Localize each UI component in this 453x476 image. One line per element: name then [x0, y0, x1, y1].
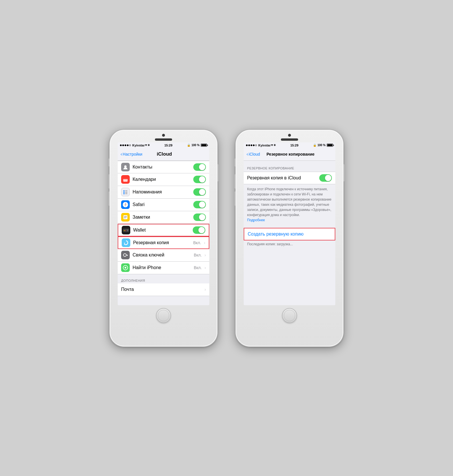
safari-label: Safari	[133, 202, 190, 207]
svg-point-12	[123, 193, 125, 194]
volume-down-button-2[interactable]	[235, 191, 236, 206]
backup-row[interactable]: Резервная копия Вкл. ›	[118, 236, 209, 249]
backup-value: Вкл.	[193, 240, 201, 245]
home-button-inner-2	[284, 310, 295, 321]
calendar-toggle[interactable]	[193, 176, 206, 183]
lock-icon-2: 🔒	[313, 144, 316, 147]
backup-toggle-row[interactable]: Резервная копия в iCloud	[244, 172, 335, 184]
battery-label-2: 100 %	[318, 144, 326, 147]
dot1	[120, 144, 122, 146]
svg-rect-3	[124, 177, 125, 178]
svg-rect-27	[124, 230, 125, 231]
calendar-label: Календари	[133, 177, 190, 182]
findphone-row[interactable]: Найти iPhone Вкл. ›	[118, 262, 209, 274]
last-copy-text: Последняя копия: загрузка...	[247, 242, 293, 246]
dot3	[125, 144, 126, 146]
reminders-row[interactable]: Напоминания	[118, 186, 209, 199]
extras-section-header: ДОПОЛНЕНИЯ	[118, 274, 209, 283]
svg-rect-23	[124, 218, 126, 218]
nav-bar-2: ‹ iCloud Резервное копирование	[244, 148, 335, 161]
volume-down-button[interactable]	[109, 191, 110, 206]
more-link[interactable]: Подробнее	[247, 218, 265, 222]
back-label[interactable]: Настройки	[123, 152, 142, 156]
create-backup-label[interactable]: Создать резервную копию	[248, 232, 304, 237]
status-bar-2: Kyivstar ▾ ✳ 15:29 🔒 100 %	[244, 142, 335, 148]
backup-toggle-label: Резервная копия в iCloud	[247, 175, 319, 181]
status-left-2: Kyivstar ▾ ✳	[246, 143, 276, 147]
volume-up-button[interactable]	[109, 174, 110, 189]
backup-description: Когда этот iPhone подключен к источнику …	[244, 184, 335, 225]
back-chevron: ‹	[121, 152, 122, 157]
nav-bar-1: ‹ Настройки iCloud	[118, 148, 209, 161]
dot4-2	[253, 144, 255, 146]
back-button-2[interactable]: ‹ iCloud	[247, 152, 260, 157]
power-button-2[interactable]	[343, 164, 344, 181]
extras-section-label: ДОПОЛНЕНИЯ	[121, 279, 145, 282]
settings-content-1: Контакты	[118, 161, 209, 305]
wifi-icon: ▾	[145, 143, 147, 147]
keychain-value: Вкл.	[194, 253, 202, 257]
contacts-toggle[interactable]	[193, 163, 206, 171]
dot3-2	[251, 144, 252, 146]
contacts-icon	[121, 163, 130, 171]
mail-row[interactable]: Почта ›	[118, 283, 209, 296]
home-button-2[interactable]	[282, 308, 297, 323]
battery-icon-2	[327, 144, 333, 147]
svg-rect-2	[123, 178, 128, 179]
keychain-label: Связка ключей	[133, 252, 191, 258]
calendar-icon	[121, 175, 130, 184]
backup-icloud-toggle[interactable]	[319, 174, 332, 182]
carrier-label: Kyivstar	[132, 144, 145, 147]
backup-description-text: Когда этот iPhone подключен к источнику …	[247, 187, 331, 217]
dot5	[129, 144, 131, 146]
back-chevron-2: ‹	[247, 152, 248, 157]
front-camera-2	[288, 134, 291, 137]
backup-label: Резервная копия	[133, 240, 190, 245]
status-time-2: 15:29	[290, 144, 298, 147]
mail-chevron: ›	[204, 287, 206, 292]
notes-icon	[121, 213, 130, 222]
reminders-toggle[interactable]	[193, 188, 206, 196]
back-button[interactable]: ‹ Настройки	[121, 152, 142, 157]
back-label-2[interactable]: iCloud	[249, 152, 260, 156]
phone-1: Kyivstar ▾ ✳ 15:29 🔒 100 % ‹ Настройки	[109, 129, 218, 347]
safari-row[interactable]: Safari	[118, 199, 209, 211]
create-backup-row[interactable]: Создать резервную копию	[244, 228, 335, 240]
svg-point-34	[125, 267, 126, 269]
mute-button-2[interactable]	[235, 158, 236, 166]
keychain-row[interactable]: Связка ключей Вкл. ›	[118, 249, 209, 262]
signal-dots-2	[246, 144, 257, 146]
wallet-toggle[interactable]	[193, 226, 205, 234]
svg-rect-21	[124, 216, 127, 217]
phone-top	[110, 130, 217, 141]
keychain-icon	[121, 251, 130, 259]
svg-marker-29	[124, 243, 125, 244]
notes-row[interactable]: Заметки	[118, 211, 209, 224]
findphone-chevron: ›	[204, 265, 206, 270]
findphone-icon	[121, 263, 130, 272]
svg-rect-11	[125, 192, 127, 193]
svg-point-30	[123, 254, 126, 256]
svg-rect-6	[125, 180, 126, 180]
svg-rect-9	[125, 191, 127, 191]
lock-icon: 🔒	[187, 144, 190, 147]
svg-rect-28	[125, 230, 126, 231]
volume-up-button-2[interactable]	[235, 174, 236, 189]
svg-rect-32	[127, 255, 128, 256]
mute-button[interactable]	[109, 158, 110, 166]
safari-toggle[interactable]	[193, 201, 206, 208]
findphone-value: Вкл.	[194, 265, 202, 270]
notes-toggle[interactable]	[193, 213, 206, 221]
status-right-2: 🔒 100 %	[313, 144, 333, 147]
phone-2-top	[236, 130, 343, 141]
phone-1-screen: Kyivstar ▾ ✳ 15:29 🔒 100 % ‹ Настройки	[118, 142, 209, 305]
home-button-1[interactable]	[156, 308, 171, 323]
status-right: 🔒 100 %	[187, 144, 207, 147]
signal-detail-icon-2: ✳	[273, 144, 276, 147]
power-button[interactable]	[217, 164, 218, 181]
calendar-row[interactable]: Календари	[118, 173, 209, 186]
backup-chevron: ›	[204, 240, 205, 245]
contacts-row[interactable]: Контакты	[118, 161, 209, 173]
backup-content: РЕЗЕРВНОЕ КОПИРОВАНИЕ Резервная копия в …	[244, 161, 335, 305]
wallet-row[interactable]: Wallet	[118, 224, 209, 236]
